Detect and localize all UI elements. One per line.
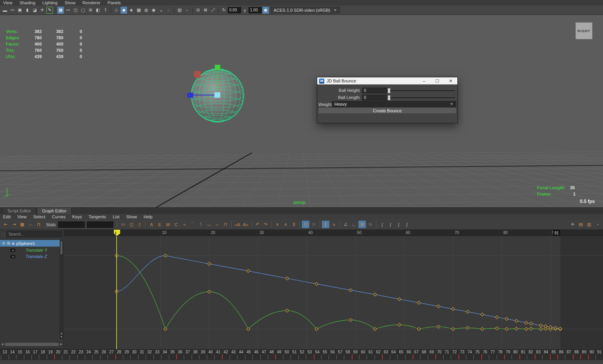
stacked-view-icon[interactable]: ∟ bbox=[350, 221, 358, 228]
channel-translate-z[interactable]: ◄Translate Z bbox=[0, 253, 60, 260]
dialog-titlebar[interactable]: M JD Ball Bounce – ☐ ✕ bbox=[317, 77, 457, 84]
stats-time-field[interactable] bbox=[58, 221, 85, 228]
menu-shading[interactable]: Shading bbox=[20, 0, 35, 5]
tangent-auto-icon[interactable]: A bbox=[148, 221, 155, 228]
safe-action-icon[interactable]: ◧ bbox=[95, 7, 101, 14]
search-input[interactable] bbox=[6, 231, 62, 237]
collapse-icon[interactable]: ⊖ bbox=[2, 241, 5, 245]
time-slider[interactable]: 1314151617181920212223242526272829303132… bbox=[0, 349, 603, 360]
view-transform-icon[interactable]: ◉ bbox=[262, 7, 269, 14]
outliner-vertical-scrollbar[interactable]: ▲ ▼ bbox=[60, 240, 63, 339]
motion-blur-icon[interactable]: ◌ bbox=[165, 7, 172, 14]
tab-script-editor[interactable]: Script Editor bbox=[2, 207, 36, 214]
ge-menu-curves[interactable]: Curves bbox=[52, 214, 66, 219]
pre-infinity-cycle-icon[interactable]: ∫ bbox=[378, 221, 386, 228]
snapshot-add-icon[interactable]: ⊠ bbox=[202, 7, 209, 14]
break-tangents-icon[interactable]: ∨ bbox=[274, 221, 281, 228]
scroll-right-icon[interactable]: ► bbox=[60, 342, 63, 346]
filter-icon[interactable]: ⬚ bbox=[1, 232, 5, 237]
post-infinity-offset-icon[interactable]: ∫ bbox=[403, 221, 411, 228]
slider-handle[interactable] bbox=[388, 95, 390, 100]
perspective-viewport[interactable]: Verts:3823820Edges:7807800Faces:4004000T… bbox=[0, 15, 603, 207]
wireframe-icon[interactable]: ◇ bbox=[113, 7, 120, 14]
camera-lock-icon[interactable]: ▭ bbox=[9, 7, 16, 14]
gate-mask-icon[interactable]: ▢ bbox=[80, 7, 86, 14]
menu-renderer[interactable]: Renderer bbox=[82, 0, 100, 5]
grease-pencil-icon[interactable]: ✎ bbox=[46, 7, 53, 14]
normalized-view-icon[interactable]: ⊠ bbox=[358, 221, 366, 228]
expand-icon[interactable]: ⊞ bbox=[7, 241, 10, 245]
out-tangent-icon[interactable]: A» bbox=[242, 221, 249, 228]
ge-menu-keys[interactable]: Keys bbox=[72, 214, 82, 219]
tangent-clamped-icon[interactable]: ⌒ bbox=[189, 221, 196, 228]
ball-height-field[interactable] bbox=[362, 88, 387, 93]
ge-menu-edit[interactable]: Edit bbox=[3, 214, 11, 219]
use-all-lights-icon[interactable]: ◍ bbox=[143, 7, 150, 14]
grid-icon[interactable]: ▦ bbox=[57, 7, 64, 14]
graph-time-ruler[interactable]: 102030405060708090911 bbox=[64, 230, 603, 236]
dope-sheet-panel-icon[interactable]: ▤ bbox=[577, 221, 585, 228]
minimize-button[interactable]: – bbox=[417, 77, 431, 84]
tangent-auto-ease-icon[interactable]: E bbox=[156, 221, 163, 228]
timeline-frame-91[interactable]: 91 bbox=[595, 350, 603, 354]
ge-menu-list[interactable]: List bbox=[113, 214, 119, 219]
outliner-horizontal-scrollbar[interactable]: ◄ ► bbox=[1, 342, 63, 346]
weight-dropdown[interactable]: Heavy ▼ bbox=[332, 101, 456, 107]
ge-menu-view[interactable]: View bbox=[17, 214, 27, 219]
insert-keys-tool-icon[interactable]: ⇥ bbox=[10, 221, 18, 228]
gamma-field[interactable] bbox=[249, 7, 262, 13]
scrollbar-handle[interactable] bbox=[5, 343, 59, 346]
unify-tangents-icon[interactable]: ∧ bbox=[282, 221, 289, 228]
frame-all-icon[interactable]: ▭ bbox=[119, 221, 127, 228]
image-plane-icon[interactable]: ◪ bbox=[31, 7, 38, 14]
time-editor-panel-icon[interactable]: ◔ bbox=[594, 221, 601, 228]
ge-menu-show[interactable]: Show bbox=[126, 214, 137, 219]
shade-open-icon[interactable]: ◈ bbox=[128, 7, 135, 14]
scrollbar-handle[interactable] bbox=[60, 241, 62, 254]
tangent-step-icon[interactable]: ⌐ bbox=[214, 221, 221, 228]
lattice-deform-keys-icon[interactable]: ▦ bbox=[18, 221, 26, 228]
bookmark-icon[interactable]: ▮ bbox=[24, 7, 31, 14]
manipulator-y-handle[interactable] bbox=[215, 65, 220, 70]
field-chart-icon[interactable]: ⊞ bbox=[87, 7, 94, 14]
exposure-field[interactable] bbox=[228, 7, 241, 13]
resolution-gate-icon[interactable]: ◫ bbox=[72, 7, 79, 14]
maximize-button[interactable]: ☐ bbox=[431, 77, 444, 84]
menu-view[interactable]: View bbox=[3, 0, 13, 5]
channel-translate-y[interactable]: ◄Translate Y bbox=[0, 247, 60, 253]
xray-icon[interactable]: ▧ bbox=[176, 7, 183, 14]
playhead-flag[interactable]: 1 bbox=[114, 230, 120, 236]
view-cube[interactable]: RIGHT bbox=[576, 22, 592, 39]
tab-graph-editor[interactable]: Graph Editor bbox=[37, 207, 71, 214]
camera-icon[interactable]: ▬ bbox=[2, 7, 8, 14]
pan-zoom-tool-icon[interactable]: ✛ bbox=[569, 221, 576, 228]
film-gate-icon[interactable]: ▭ bbox=[65, 7, 71, 14]
exposure-icon[interactable]: ↻ bbox=[221, 7, 227, 14]
ge-menu-help[interactable]: Help bbox=[144, 214, 153, 219]
tangent-flat-icon[interactable]: — bbox=[205, 221, 213, 228]
trax-editor-panel-icon[interactable]: ▥ bbox=[585, 221, 593, 228]
2d-pan-zoom-icon[interactable]: ✛ bbox=[39, 7, 46, 14]
renormalize-icon[interactable]: ⊞ bbox=[367, 221, 374, 228]
close-button[interactable]: ✕ bbox=[444, 77, 457, 84]
camera-attributes-icon[interactable]: ▣ bbox=[16, 7, 23, 14]
absolute-view-icon[interactable]: ∠ bbox=[342, 221, 349, 228]
screen-space-ao-icon[interactable]: ◒ bbox=[158, 7, 164, 14]
scroll-up-icon[interactable]: ▲ bbox=[60, 332, 63, 335]
region-select-keys-icon[interactable]: ▫ bbox=[27, 221, 34, 228]
value-snap-icon[interactable]: ≡ bbox=[330, 221, 338, 228]
colorspace-dropdown[interactable]: ACES 1.0 SDR-video (sRGB) ▼ bbox=[271, 7, 340, 13]
menu-lighting[interactable]: Lighting bbox=[42, 0, 58, 5]
menu-show[interactable]: Show bbox=[65, 0, 76, 5]
isolate-select-icon[interactable]: ▫ bbox=[184, 7, 190, 14]
ge-menu-select[interactable]: Select bbox=[33, 214, 46, 219]
scroll-down-icon[interactable]: ▼ bbox=[60, 335, 63, 338]
move-keys-tool-icon[interactable]: ⇤ bbox=[2, 221, 9, 228]
shadows-icon[interactable]: ◉ bbox=[150, 7, 157, 14]
buffer-swap-icon[interactable]: ⊟ bbox=[310, 221, 318, 228]
ge-menu-tangents[interactable]: Tangents bbox=[89, 214, 106, 219]
outliner-node-psphere1[interactable]: ⊖ ⊞ ◈ pSphere1 bbox=[0, 240, 60, 247]
stats-value-field[interactable] bbox=[87, 221, 113, 228]
center-current-time-icon[interactable]: ▯ bbox=[136, 221, 143, 228]
gamma-icon[interactable]: γ bbox=[241, 7, 248, 14]
